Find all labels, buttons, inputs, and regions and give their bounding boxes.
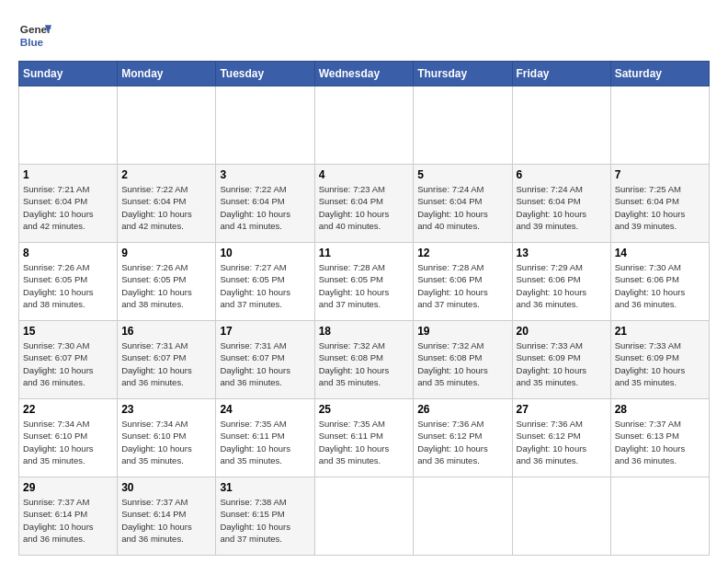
- day-number: 26: [417, 403, 507, 416]
- calendar-day-cell: 31Sunrise: 7:38 AMSunset: 6:15 PMDayligh…: [216, 477, 314, 556]
- calendar-empty-cell: [19, 86, 118, 165]
- day-info: Sunrise: 7:28 AMSunset: 6:06 PMDaylight:…: [417, 261, 507, 310]
- calendar-empty-cell: [414, 86, 512, 165]
- day-number: 2: [121, 168, 211, 181]
- day-number: 8: [23, 247, 113, 259]
- day-number: 6: [517, 168, 607, 181]
- calendar-week-row: 1Sunrise: 7:21 AMSunset: 6:04 PMDaylight…: [19, 165, 710, 243]
- calendar-day-cell: 3Sunrise: 7:22 AMSunset: 6:04 PMDaylight…: [216, 165, 314, 243]
- calendar-day-cell: 12Sunrise: 7:28 AMSunset: 6:06 PMDayligh…: [414, 243, 512, 321]
- day-number: 4: [319, 168, 410, 181]
- day-number: 21: [615, 325, 705, 338]
- calendar-day-cell: 25Sunrise: 7:35 AMSunset: 6:11 PMDayligh…: [314, 399, 414, 477]
- day-number: 28: [615, 403, 705, 416]
- day-info: Sunrise: 7:24 AMSunset: 6:04 PMDaylight:…: [417, 183, 507, 232]
- calendar-day-cell: 8Sunrise: 7:26 AMSunset: 6:05 PMDaylight…: [19, 243, 118, 321]
- day-info: Sunrise: 7:34 AMSunset: 6:10 PMDaylight:…: [121, 418, 211, 466]
- calendar-day-cell: 1Sunrise: 7:21 AMSunset: 6:04 PMDaylight…: [19, 165, 118, 243]
- calendar-empty-cell: [414, 477, 512, 556]
- day-of-week-header: Monday: [118, 62, 216, 86]
- day-info: Sunrise: 7:32 AMSunset: 6:08 PMDaylight:…: [417, 339, 507, 388]
- day-number: 12: [417, 247, 507, 259]
- day-info: Sunrise: 7:29 AMSunset: 6:06 PMDaylight:…: [517, 261, 607, 310]
- day-info: Sunrise: 7:33 AMSunset: 6:09 PMDaylight:…: [517, 339, 607, 388]
- day-info: Sunrise: 7:37 AMSunset: 6:13 PMDaylight:…: [615, 418, 705, 466]
- calendar-empty-cell: [610, 477, 709, 556]
- calendar-day-cell: 13Sunrise: 7:29 AMSunset: 6:06 PMDayligh…: [512, 243, 610, 321]
- day-info: Sunrise: 7:37 AMSunset: 6:14 PMDaylight:…: [23, 496, 113, 545]
- day-info: Sunrise: 7:33 AMSunset: 6:09 PMDaylight:…: [615, 339, 705, 388]
- day-number: 17: [220, 325, 310, 338]
- calendar-week-row: 22Sunrise: 7:34 AMSunset: 6:10 PMDayligh…: [19, 399, 710, 477]
- calendar-day-cell: 14Sunrise: 7:30 AMSunset: 6:06 PMDayligh…: [610, 243, 709, 321]
- calendar-day-cell: 20Sunrise: 7:33 AMSunset: 6:09 PMDayligh…: [512, 321, 610, 399]
- day-info: Sunrise: 7:35 AMSunset: 6:11 PMDaylight:…: [220, 418, 310, 466]
- calendar-day-cell: 18Sunrise: 7:32 AMSunset: 6:08 PMDayligh…: [314, 321, 414, 399]
- day-info: Sunrise: 7:24 AMSunset: 6:04 PMDaylight:…: [517, 183, 607, 232]
- day-info: Sunrise: 7:23 AMSunset: 6:04 PMDaylight:…: [319, 183, 410, 232]
- calendar-day-cell: 22Sunrise: 7:34 AMSunset: 6:10 PMDayligh…: [19, 399, 118, 477]
- day-number: 30: [121, 481, 211, 494]
- calendar-day-cell: 15Sunrise: 7:30 AMSunset: 6:07 PMDayligh…: [19, 321, 118, 399]
- day-info: Sunrise: 7:21 AMSunset: 6:04 PMDaylight:…: [23, 183, 113, 232]
- day-number: 31: [220, 481, 310, 494]
- calendar-day-cell: 28Sunrise: 7:37 AMSunset: 6:13 PMDayligh…: [610, 399, 709, 477]
- day-of-week-header: Wednesday: [314, 62, 414, 86]
- day-info: Sunrise: 7:31 AMSunset: 6:07 PMDaylight:…: [121, 339, 211, 388]
- day-info: Sunrise: 7:28 AMSunset: 6:05 PMDaylight:…: [319, 261, 410, 310]
- day-number: 16: [121, 325, 211, 338]
- day-number: 27: [517, 403, 607, 416]
- svg-text:Blue: Blue: [20, 36, 44, 48]
- day-number: 10: [220, 247, 310, 259]
- day-info: Sunrise: 7:22 AMSunset: 6:04 PMDaylight:…: [220, 183, 310, 232]
- day-number: 24: [220, 403, 310, 416]
- day-number: 15: [23, 325, 113, 338]
- logo-icon: General Blue: [18, 18, 51, 52]
- calendar-day-cell: 29Sunrise: 7:37 AMSunset: 6:14 PMDayligh…: [19, 477, 118, 556]
- day-info: Sunrise: 7:30 AMSunset: 6:07 PMDaylight:…: [23, 339, 113, 388]
- calendar-day-cell: 27Sunrise: 7:36 AMSunset: 6:12 PMDayligh…: [512, 399, 610, 477]
- day-number: 3: [220, 168, 310, 181]
- day-info: Sunrise: 7:32 AMSunset: 6:08 PMDaylight:…: [319, 339, 410, 388]
- day-info: Sunrise: 7:26 AMSunset: 6:05 PMDaylight:…: [121, 261, 211, 310]
- day-info: Sunrise: 7:22 AMSunset: 6:04 PMDaylight:…: [121, 183, 211, 232]
- calendar-day-cell: 21Sunrise: 7:33 AMSunset: 6:09 PMDayligh…: [610, 321, 709, 399]
- calendar-empty-cell: [118, 86, 216, 165]
- day-info: Sunrise: 7:38 AMSunset: 6:15 PMDaylight:…: [220, 496, 310, 545]
- day-number: 1: [23, 168, 113, 181]
- day-number: 25: [319, 403, 410, 416]
- calendar-empty-cell: [610, 86, 709, 165]
- calendar-day-cell: 26Sunrise: 7:36 AMSunset: 6:12 PMDayligh…: [414, 399, 512, 477]
- calendar-empty-cell: [512, 477, 610, 556]
- day-of-week-header: Tuesday: [216, 62, 314, 86]
- calendar-week-row: 15Sunrise: 7:30 AMSunset: 6:07 PMDayligh…: [19, 321, 710, 399]
- day-number: 9: [121, 247, 211, 259]
- day-number: 13: [517, 247, 607, 259]
- day-info: Sunrise: 7:25 AMSunset: 6:04 PMDaylight:…: [615, 183, 705, 232]
- day-info: Sunrise: 7:34 AMSunset: 6:10 PMDaylight:…: [23, 418, 113, 466]
- calendar-empty-cell: [512, 86, 610, 165]
- calendar-header-row: SundayMondayTuesdayWednesdayThursdayFrid…: [19, 62, 710, 86]
- day-number: 20: [517, 325, 607, 338]
- calendar-day-cell: 4Sunrise: 7:23 AMSunset: 6:04 PMDaylight…: [314, 165, 414, 243]
- day-number: 19: [417, 325, 507, 338]
- day-info: Sunrise: 7:36 AMSunset: 6:12 PMDaylight:…: [517, 418, 607, 466]
- calendar-empty-cell: [314, 86, 414, 165]
- calendar-table: SundayMondayTuesdayWednesdayThursdayFrid…: [18, 61, 710, 556]
- day-of-week-header: Saturday: [610, 62, 709, 86]
- day-info: Sunrise: 7:26 AMSunset: 6:05 PMDaylight:…: [23, 261, 113, 310]
- day-info: Sunrise: 7:36 AMSunset: 6:12 PMDaylight:…: [417, 418, 507, 466]
- day-info: Sunrise: 7:31 AMSunset: 6:07 PMDaylight:…: [220, 339, 310, 388]
- day-number: 7: [615, 168, 705, 181]
- page-header: General Blue: [18, 18, 710, 52]
- calendar-week-row: 29Sunrise: 7:37 AMSunset: 6:14 PMDayligh…: [19, 477, 710, 556]
- calendar-day-cell: 30Sunrise: 7:37 AMSunset: 6:14 PMDayligh…: [118, 477, 216, 556]
- day-info: Sunrise: 7:30 AMSunset: 6:06 PMDaylight:…: [615, 261, 705, 310]
- day-of-week-header: Thursday: [414, 62, 512, 86]
- day-of-week-header: Sunday: [19, 62, 118, 86]
- calendar-day-cell: 17Sunrise: 7:31 AMSunset: 6:07 PMDayligh…: [216, 321, 314, 399]
- calendar-day-cell: 16Sunrise: 7:31 AMSunset: 6:07 PMDayligh…: [118, 321, 216, 399]
- calendar-day-cell: 2Sunrise: 7:22 AMSunset: 6:04 PMDaylight…: [118, 165, 216, 243]
- day-number: 18: [319, 325, 410, 338]
- calendar-day-cell: 9Sunrise: 7:26 AMSunset: 6:05 PMDaylight…: [118, 243, 216, 321]
